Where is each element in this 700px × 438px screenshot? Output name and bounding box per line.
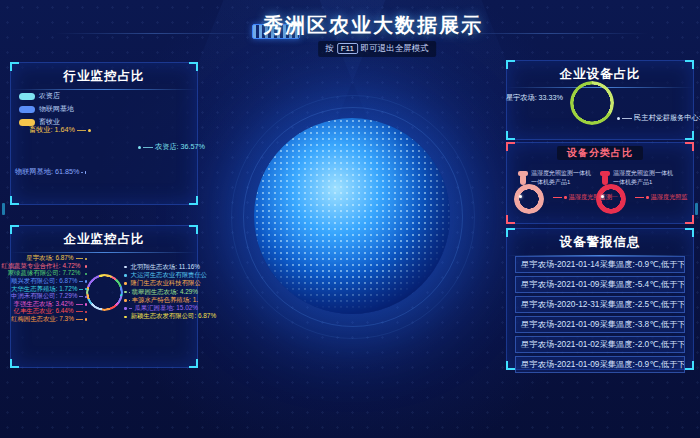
panel-enterprise-device-ratio: 企业设备占比 星宇农场: 33.33% 民主村党群服务中心: [506,60,694,140]
fullscreen-tip: 按F11即可退出全屏模式 [318,41,436,57]
pie-label: 红梅园生态农业: 7.3% [11,316,87,324]
callout-xingyu-farm: 星宇农场: 33.33% [509,93,567,103]
legend-label: 物联网基地 [39,104,74,114]
alarm-row: 星宇农场-2021-01-09采集温度:-3.8℃,低于下限:0℃ [515,316,685,333]
callout-text: 畜牧业: 1.64% [29,125,75,135]
panel-device-alarms: 设备警报信息 星宇农场-2021-01-14采集温度:-0.9℃,低于下限:0℃… [506,228,694,370]
mini-chart-callout: 温湿度光照监 [635,193,688,202]
legend-swatch [19,106,35,113]
callout-text: 民主村党群服务中心: [634,113,700,123]
panel-title: 企业设备占比 [507,61,693,83]
callout-iot-base: 物联网基地: 61.85% [15,167,85,177]
panel-title: 行业监控占比 [11,63,197,85]
panel-device-class-ratio: 设备分类占比 温湿度光照监测一体机 一体机类产品1 温湿度光照监测一 温湿度光照… [506,142,694,224]
pie-label-text: 红梅园生态农业: 7.3% [11,315,74,324]
legend-label: 农资店 [39,91,60,101]
enterprise-labels-left: 星宇农场: 6.87% 红旗蔬菜专业合作社: 4.72% 家绿蔬缘有限公司: 7… [11,255,87,323]
alarm-list: 星宇农场-2021-01-14采集温度:-0.9℃,低于下限:0℃ 星宇农场-2… [515,256,685,376]
panel-title: 企业监控占比 [11,226,197,248]
tip-suffix: 即可退出全屏模式 [361,43,429,53]
pie-label: 新颖生态农发有限公司: 6.87% [124,313,198,321]
legend-label: 温湿度光照监测一体机 [613,169,673,178]
panel-title-rule [11,252,197,253]
edge-tick-right [695,203,698,215]
panel-title-rule [11,89,197,90]
dashboard-screen: 秀洲区农业大数据展示 按F11即可退出全屏模式 行业监控占比 农资店 物联网基地… [0,0,700,438]
marker-dot [519,195,522,198]
callout-text: 星宇农场: 33.33% [506,93,563,103]
panel-enterprise-monitor-ratio: 企业监控占比 星宇农场: 6.87% 红旗蔬菜专业合作社: 4.72% 家绿蔬缘… [10,225,198,368]
enterprise-labels-right: 北羽翔生态农场: 11.16% 大运河生态农业有限责任公 隆门生态农业科技有限公… [124,263,198,321]
callout-service-center: 民主村党群服务中心: [617,113,700,123]
globe-dot-map [254,118,450,314]
pie-label-text: 新颖生态农发有限公司: 6.87% [131,312,217,321]
callout-farm-store: 农资店: 36.57% [138,142,205,152]
panel-title: 设备警报信息 [507,229,693,251]
page-title: 秀洲区农业大数据展示 [23,12,700,39]
alarm-row: 星宇农场-2021-01-09采集温度:-5.4℃,低于下限:0℃ [515,276,685,293]
alarm-row: 星宇农场-2021-01-02采集温度:-2.0℃,低于下限:0℃ [515,336,685,353]
alarm-row: 星宇农场-2020-12-31采集温度:-2.5℃,低于下限:0℃ [515,296,685,313]
legend-item: 物联网基地 [19,104,74,114]
callout-text: 农资店: 36.57% [155,142,205,152]
mini-chart-legend: 温湿度光照监测一体机 [518,169,591,178]
f11-key-badge: F11 [337,43,358,54]
device-ratio-donut-chart[interactable] [570,81,614,125]
device-class-donut-right[interactable] [596,184,626,214]
callout-text: 物联网基地: 61.85% [15,167,79,177]
alarm-row: 星宇农场-2021-01-09采集温度:-0.9℃,低于下限:0℃ [515,356,685,373]
industry-donut-chart[interactable] [81,133,131,183]
tip-prefix: 按 [325,43,334,53]
legend-swatch [19,93,35,100]
legend-item: 农资店 [19,91,74,101]
mini-chart-legend: 温湿度光照监测一体机 [600,169,673,178]
panel-industry-monitor-ratio: 行业监控占比 农资店 物联网基地 畜牧业 畜牧业: 1.64% 农资店: 36.… [10,62,198,205]
callout-text: 温湿度光照监 [651,193,688,202]
device-class-donut-left[interactable] [514,184,544,214]
edge-tick-left [2,203,5,215]
marker-dot [601,195,604,198]
enterprise-donut-chart[interactable] [86,274,123,311]
callout-livestock: 畜牧业: 1.64% [29,125,91,135]
legend-label: 温湿度光照监测一体机 [531,169,591,178]
panel-title: 设备分类占比 [557,146,643,160]
alarm-row: 星宇农场-2021-01-14采集温度:-0.9℃,低于下限:0℃ [515,256,685,273]
